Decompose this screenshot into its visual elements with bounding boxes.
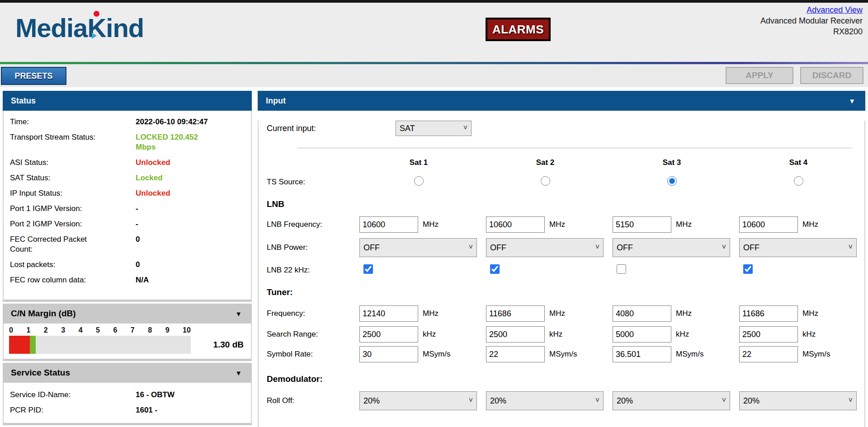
apply-button[interactable]: APPLY: [726, 67, 793, 84]
header: MediaKind ALARMS Advanced View Advanced …: [0, 3, 868, 62]
input-panel-title: Input: [266, 96, 286, 106]
lnb-22khz-checkbox-sat3[interactable]: [617, 264, 626, 274]
search-range-label: Search Range:: [267, 330, 359, 339]
search-range-input-sat2[interactable]: [486, 326, 545, 343]
current-input-select[interactable]: SAT: [396, 121, 472, 136]
unit-label: MSym/s: [802, 350, 830, 359]
unit-label: MHz: [802, 220, 818, 229]
service-label: PCR PID:: [10, 405, 107, 415]
cn-margin-body: 012345678910 1.30 dB: [3, 324, 252, 361]
tuner-frequency-input-sat4[interactable]: [739, 305, 798, 322]
service-row: PCR PID:1601 -: [4, 403, 251, 418]
unit-label: MSym/s: [549, 350, 577, 359]
sat4-header: Sat 4: [739, 158, 858, 167]
status-row: Port 1 IGMP Version:-: [4, 201, 251, 216]
status-value: -: [136, 204, 217, 214]
input-panel-body: Current input: SAT Sat 1 Sat 2 Sat 3 Sat…: [258, 121, 865, 427]
alarms-button[interactable]: ALARMS: [486, 18, 551, 41]
unit-label: MHz: [676, 309, 692, 318]
lnb-frequency-input-sat1[interactable]: [359, 216, 418, 233]
search-range-input-sat4[interactable]: [739, 326, 798, 343]
lnb-frequency-input-sat4[interactable]: [739, 216, 798, 233]
status-panel: Status Time:2022-06-10 09:42:47 Transpor…: [3, 91, 252, 425]
roll-off-select-sat3[interactable]: 20%: [613, 391, 730, 410]
status-label: Port 2 IGMP Version:: [10, 219, 107, 229]
tuner-frequency-input-sat2[interactable]: [486, 305, 545, 322]
lnb-22khz-checkbox-sat1[interactable]: [363, 264, 373, 274]
symbol-rate-input-sat4[interactable]: [739, 346, 798, 362]
status-label: Transport Stream Status:: [10, 132, 107, 152]
product-name: Advanced Modular Receiver: [760, 15, 863, 26]
service-status-body: Service ID-Name:16 - OBTW PCR PID:1601 -: [3, 383, 252, 425]
ts-source-radio-sat2[interactable]: [541, 176, 550, 186]
lnb-frequency-input-sat2[interactable]: [486, 216, 545, 233]
roll-off-select-sat1[interactable]: 20%: [359, 391, 477, 410]
status-row: ASI Status:Unlocked: [4, 155, 251, 170]
status-value: N/A: [136, 275, 217, 285]
lnb-power-select-sat3[interactable]: OFF: [613, 238, 730, 257]
status-label: Time:: [10, 117, 107, 127]
header-right: Advanced View Advanced Modular Receiver …: [760, 5, 863, 37]
advanced-view-link[interactable]: Advanced View: [807, 5, 863, 14]
lnb-frequency-label: LNB Frequency:: [267, 220, 359, 229]
presets-button[interactable]: PRESETS: [1, 67, 66, 85]
unit-label: MHz: [423, 220, 439, 229]
status-panel-title: Status: [11, 96, 36, 106]
roll-off-select-sat4[interactable]: 20%: [739, 391, 857, 410]
symbol-rate-input-sat3[interactable]: [613, 346, 671, 362]
discard-button[interactable]: DISCARD: [800, 67, 863, 84]
demodulator-section-header: Demodulator:: [267, 374, 864, 384]
status-label: Port 1 IGMP Version:: [10, 204, 107, 214]
lnb-power-select-sat4[interactable]: OFF: [739, 238, 857, 257]
tuner-frequency-input-sat1[interactable]: [359, 305, 418, 322]
cn-margin-title: C/N Margin (dB): [11, 309, 76, 319]
status-value: Unlocked: [136, 188, 217, 198]
current-input-label: Current input:: [267, 124, 396, 133]
unit-label: kHz: [423, 330, 436, 339]
logo-text-media: Media: [15, 13, 87, 42]
service-status-title: Service Status: [11, 368, 70, 378]
sat-column-headers: Sat 1 Sat 2 Sat 3 Sat 4: [259, 158, 864, 167]
status-label: Lost packets:: [10, 260, 107, 270]
input-panel-collapse-icon[interactable]: ▼: [849, 97, 855, 105]
unit-label: MHz: [423, 309, 439, 318]
lnb-power-select-sat2[interactable]: OFF: [486, 238, 604, 257]
unit-label: kHz: [549, 330, 562, 339]
lnb-power-label: LNB Power:: [267, 243, 359, 252]
symbol-rate-input-sat1[interactable]: [359, 346, 418, 362]
ts-source-label: TS Source:: [267, 178, 359, 187]
tuner-frequency-input-sat3[interactable]: [613, 305, 671, 322]
cn-margin-value: 1.30 dB: [213, 340, 251, 350]
ts-source-radio-sat4[interactable]: [794, 176, 803, 186]
cn-bar-green: [30, 336, 36, 354]
search-range-input-sat3[interactable]: [613, 326, 671, 343]
unit-label: kHz: [676, 330, 689, 339]
sat1-header: Sat 1: [359, 158, 478, 167]
status-label: ASI Status:: [10, 158, 107, 168]
ts-source-radio-sat3[interactable]: [667, 176, 677, 186]
roll-off-select-sat2[interactable]: 20%: [486, 391, 604, 410]
logo-text-ind: ind: [106, 13, 144, 42]
search-range-input-sat1[interactable]: [359, 326, 418, 343]
service-value: 1601 -: [136, 405, 217, 415]
unit-label: MHz: [549, 309, 565, 318]
service-status-collapse-icon[interactable]: ▼: [235, 369, 242, 377]
status-value: 0: [136, 235, 217, 254]
status-label: SAT Status:: [10, 173, 107, 183]
unit-label: MSym/s: [676, 350, 703, 359]
lnb-22khz-checkbox-sat4[interactable]: [743, 264, 753, 274]
toolbar: PRESETS APPLY DISCARD: [0, 64, 868, 87]
lnb-frequency-input-sat3[interactable]: [613, 216, 671, 233]
cn-margin-collapse-icon[interactable]: ▼: [235, 310, 242, 318]
status-value: -: [136, 219, 217, 229]
status-label: FEC Corrected Packet Count:: [10, 235, 107, 254]
input-panel: Input ▼ Current input: SAT Sat 1 Sat 2 S…: [258, 91, 865, 427]
symbol-rate-input-sat2[interactable]: [486, 346, 545, 362]
roll-off-label: Roll Off:: [267, 396, 359, 405]
lnb-power-select-sat1[interactable]: OFF: [359, 238, 477, 257]
ts-source-radio-sat1[interactable]: [414, 176, 424, 186]
current-input-row: Current input: SAT: [267, 121, 864, 136]
lnb-22khz-checkbox-sat2[interactable]: [490, 264, 500, 274]
status-row: IP Input Status:Unlocked: [4, 186, 251, 201]
lnb-22khz-row: LNB 22 kHz:: [259, 264, 864, 276]
